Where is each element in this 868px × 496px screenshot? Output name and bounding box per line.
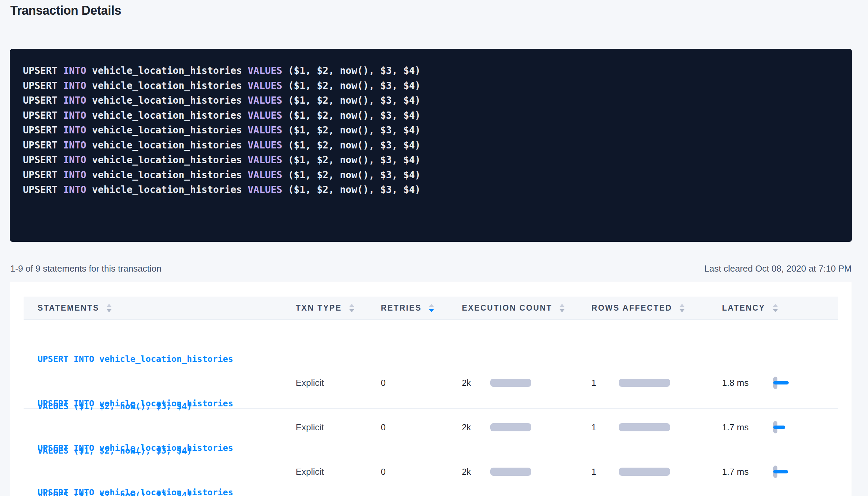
execution-count-bar xyxy=(490,468,531,476)
sql-text: vehicle_location_histories xyxy=(86,110,248,121)
sort-desc-icon[interactable] xyxy=(560,309,564,312)
rows-affected-cell: 1 xyxy=(591,378,722,388)
column-header-label: TXN TYPE xyxy=(296,303,342,313)
sql-keyword: INTO xyxy=(63,80,86,91)
sort-desc-icon[interactable] xyxy=(107,309,111,312)
sort-arrows-icon[interactable] xyxy=(773,304,778,312)
retries-value: 0 xyxy=(381,378,386,388)
latency-cell: 1.8 ms xyxy=(722,376,838,389)
column-header-rows-affected[interactable]: ROWS AFFECTED xyxy=(591,303,722,313)
column-header-label: STATEMENTS xyxy=(38,303,99,313)
latency-value: 1.7 ms xyxy=(722,422,773,433)
sql-keyword: INTO xyxy=(63,65,86,76)
table-body: UPSERT INTO vehicle_location_histories V… xyxy=(24,320,838,496)
execution-count-value: 2k xyxy=(462,467,490,477)
rows-affected-cell: 1 xyxy=(591,467,722,477)
sort-asc-icon[interactable] xyxy=(107,304,111,307)
column-header-label: ROWS AFFECTED xyxy=(591,303,672,313)
table-header-row: STATEMENTS TXN TYPE RETRIES EXECUTION CO… xyxy=(24,297,838,320)
sql-text: UPSERT xyxy=(23,184,63,195)
sql-statement-line: UPSERT INTO vehicle_location_histories V… xyxy=(23,108,839,123)
table-caption-row: 1-9 of 9 statements for this transaction… xyxy=(10,263,852,274)
sql-keyword: VALUES xyxy=(248,95,282,106)
statements-table: STATEMENTS TXN TYPE RETRIES EXECUTION CO… xyxy=(24,297,838,496)
rows-affected-bar xyxy=(619,379,670,387)
column-header-latency[interactable]: LATENCY xyxy=(722,303,838,313)
statement-cell: UPSERT INTO vehicle_location_histories V… xyxy=(24,453,296,496)
execution-count-cell: 2k xyxy=(462,378,591,388)
sql-text: UPSERT xyxy=(23,140,63,151)
sort-arrows-icon[interactable] xyxy=(429,304,434,312)
retries-value: 0 xyxy=(381,422,386,432)
page-title: Transaction Details xyxy=(10,3,121,18)
sort-asc-icon[interactable] xyxy=(429,304,434,307)
sql-text: UPSERT xyxy=(23,125,63,136)
sort-arrows-icon[interactable] xyxy=(107,304,111,312)
sql-text: ($1, $2, now(), $3, $4) xyxy=(282,80,421,91)
sort-desc-icon[interactable] xyxy=(429,309,434,312)
sql-statement-line: UPSERT INTO vehicle_location_histories V… xyxy=(23,78,839,93)
sql-statement-line: UPSERT INTO vehicle_location_histories V… xyxy=(23,153,839,168)
sort-asc-icon[interactable] xyxy=(773,304,778,307)
retries-cell: 0 xyxy=(381,378,462,388)
sort-arrows-icon[interactable] xyxy=(680,304,684,312)
sort-arrows-icon[interactable] xyxy=(349,304,354,312)
sql-statement-line: UPSERT INTO vehicle_location_histories V… xyxy=(23,123,839,138)
sort-desc-icon[interactable] xyxy=(773,309,778,312)
column-header-statements[interactable]: STATEMENTS xyxy=(24,303,296,313)
sql-text: ($1, $2, now(), $3, $4) xyxy=(282,65,421,76)
sort-asc-icon[interactable] xyxy=(680,304,684,307)
sql-statement-line: UPSERT INTO vehicle_location_histories V… xyxy=(23,182,839,197)
rows-affected-value: 1 xyxy=(591,422,619,432)
sql-text: UPSERT xyxy=(23,80,63,91)
sql-keyword: INTO xyxy=(63,154,86,166)
sql-text: UPSERT xyxy=(23,110,63,121)
execution-count-bar xyxy=(490,423,531,431)
sort-asc-icon[interactable] xyxy=(349,304,354,307)
latency-chart xyxy=(773,465,797,478)
sql-text: vehicle_location_histories xyxy=(86,184,248,195)
sort-desc-icon[interactable] xyxy=(680,309,684,312)
sql-text: vehicle_location_histories xyxy=(86,154,248,166)
transaction-details-page: Transaction Details UPSERT INTO vehicle_… xyxy=(0,0,868,496)
sql-keyword: INTO xyxy=(63,140,86,151)
sql-text: UPSERT xyxy=(23,169,63,181)
column-header-execution-count[interactable]: EXECUTION COUNT xyxy=(462,303,591,313)
latency-chart xyxy=(773,421,797,434)
sql-text: ($1, $2, now(), $3, $4) xyxy=(282,154,421,166)
txn-type-value: Explicit xyxy=(296,422,324,432)
sort-asc-icon[interactable] xyxy=(560,304,564,307)
execution-count-bar xyxy=(490,379,531,387)
sql-text: UPSERT xyxy=(23,65,63,76)
sql-text: vehicle_location_histories xyxy=(86,125,248,136)
txn-type-value: Explicit xyxy=(296,378,324,388)
rows-affected-value: 1 xyxy=(591,467,619,477)
rows-affected-cell: 1 xyxy=(591,422,722,432)
latency-bar xyxy=(773,381,789,384)
sort-arrows-icon[interactable] xyxy=(560,304,564,312)
sql-keyword: VALUES xyxy=(248,80,282,91)
sql-keyword: VALUES xyxy=(248,169,282,181)
latency-chart xyxy=(773,376,797,389)
last-cleared-caption: Last cleared Oct 08, 2020 at 7:10 PM xyxy=(704,263,852,274)
statement-link[interactable]: UPSERT INTO vehicle_location_histories V… xyxy=(38,453,296,496)
latency-cell: 1.7 ms xyxy=(722,421,838,434)
sql-keyword: INTO xyxy=(63,95,86,106)
latency-value: 1.7 ms xyxy=(722,467,773,477)
sql-text: vehicle_location_histories xyxy=(86,65,248,76)
sql-text: ($1, $2, now(), $3, $4) xyxy=(282,125,421,136)
column-header-label: RETRIES xyxy=(381,303,422,313)
sql-text: vehicle_location_histories xyxy=(86,80,248,91)
table-row: UPSERT INTO vehicle_location_histories V… xyxy=(24,320,838,364)
txn-type-cell: Explicit xyxy=(296,378,381,388)
retries-cell: 0 xyxy=(381,467,462,477)
column-header-txn-type[interactable]: TXN TYPE xyxy=(296,303,381,313)
sql-text: vehicle_location_histories xyxy=(86,140,248,151)
sort-desc-icon[interactable] xyxy=(349,309,354,312)
rows-affected-bar xyxy=(619,468,670,476)
retries-cell: 0 xyxy=(381,422,462,432)
column-header-retries[interactable]: RETRIES xyxy=(381,303,462,313)
statements-table-card: STATEMENTS TXN TYPE RETRIES EXECUTION CO… xyxy=(10,282,852,496)
latency-cell: 1.7 ms xyxy=(722,465,838,478)
sql-keyword: VALUES xyxy=(248,110,282,121)
